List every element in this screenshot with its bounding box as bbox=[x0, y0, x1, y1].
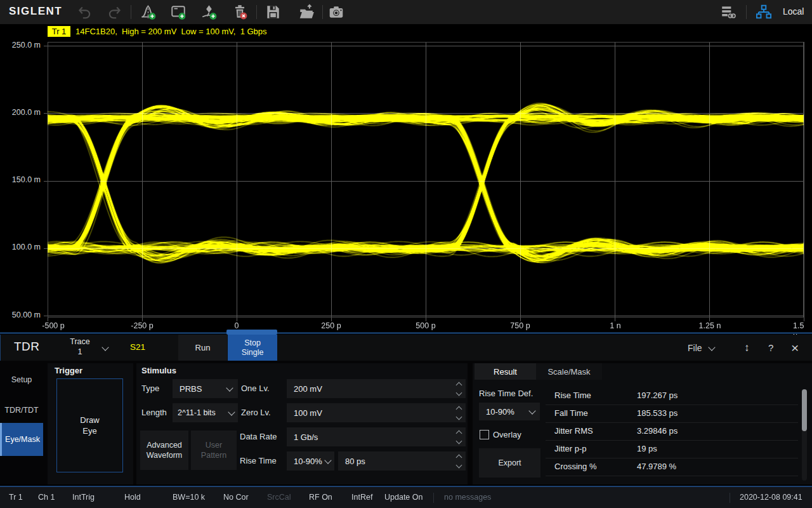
save-icon[interactable] bbox=[265, 4, 281, 20]
export-button[interactable]: Export bbox=[479, 448, 540, 478]
trace-selector-label: Trace bbox=[62, 337, 98, 347]
user-line: User bbox=[201, 440, 226, 450]
resize-panel-icon[interactable]: ↕ bbox=[744, 335, 750, 361]
y-axis-label: 200.0 m bbox=[3, 108, 41, 117]
one-level-input[interactable]: 200 mV bbox=[287, 379, 466, 398]
horizontal-scrollbar-track[interactable] bbox=[0, 332, 812, 334]
screenshot-camera-icon[interactable] bbox=[328, 4, 344, 20]
tab-scale-mask[interactable]: Scale/Mask bbox=[536, 363, 602, 380]
result-rise-def-dropdown[interactable]: 10-90% bbox=[479, 403, 540, 420]
advanced-waveform-button[interactable]: Advanced Waveform bbox=[140, 431, 188, 470]
tab-setup[interactable]: Setup bbox=[0, 364, 43, 394]
measurement-name: Jitter p-p bbox=[554, 440, 587, 458]
y-axis-label: 150.0 m bbox=[3, 175, 41, 184]
type-value: PRBS bbox=[180, 384, 202, 394]
type-dropdown[interactable]: PRBS bbox=[173, 379, 238, 398]
rise-time-input[interactable]: 80 ps bbox=[338, 451, 466, 471]
screen: SIGLENT bbox=[0, 0, 812, 508]
add-window-icon[interactable] bbox=[170, 4, 187, 20]
zero-level-value: 100 mV bbox=[294, 408, 322, 418]
siglent-logo: SIGLENT bbox=[9, 5, 62, 18]
s-parameter-label: S21 bbox=[130, 342, 145, 352]
chevron-down-icon bbox=[226, 384, 233, 391]
status-rf: RF On bbox=[309, 487, 332, 508]
x-axis-label: 750 p bbox=[510, 321, 530, 330]
horizontal-scrollbar-thumb[interactable] bbox=[226, 330, 277, 335]
chevron-down-icon[interactable] bbox=[708, 344, 715, 351]
local-remote-label[interactable]: Local bbox=[783, 6, 804, 17]
x-axis-label: -250 p bbox=[131, 321, 153, 330]
eye-diagram-canvas bbox=[44, 42, 804, 322]
stop-single-button[interactable]: Stop Single bbox=[228, 335, 277, 361]
table-row: Jitter p-p 19 ps bbox=[546, 440, 798, 458]
spinner-control[interactable] bbox=[457, 383, 461, 395]
file-menu[interactable]: File bbox=[688, 335, 702, 361]
zero-level-input[interactable]: 100 mV bbox=[287, 403, 466, 422]
run-button[interactable]: Run bbox=[178, 335, 227, 361]
measurement-name: Crossing % bbox=[554, 458, 596, 476]
tab-result[interactable]: Result bbox=[475, 363, 536, 380]
status-channel: Ch 1 bbox=[38, 487, 55, 508]
one-level-label: One Lv. bbox=[241, 384, 270, 393]
data-rate-value: 1 Gb/s bbox=[294, 432, 318, 442]
open-file-icon[interactable] bbox=[298, 4, 315, 20]
status-correction: No Cor bbox=[223, 487, 249, 508]
redo-icon[interactable] bbox=[107, 4, 123, 20]
spinner-control[interactable] bbox=[457, 431, 461, 443]
delete-trace-icon[interactable] bbox=[232, 4, 248, 20]
trace-info-text: 14FC1B20, High = 200 mV Low = 100 mV, 1 … bbox=[75, 27, 267, 36]
display-link-icon[interactable] bbox=[720, 4, 737, 20]
advanced-line: Advanced bbox=[147, 440, 183, 450]
network-lan-icon[interactable] bbox=[756, 4, 772, 20]
x-axis-label: 250 p bbox=[321, 321, 341, 330]
single-line: Single bbox=[242, 348, 264, 358]
length-dropdown[interactable]: 2^11-1 bits bbox=[173, 403, 238, 422]
status-hold: Hold bbox=[124, 487, 141, 508]
eye-line: Eye bbox=[80, 425, 99, 436]
y-axis-label: 100.0 m bbox=[3, 243, 41, 251]
rise-def-value: 10-90% bbox=[294, 457, 322, 466]
measurement-value: 197.267 ps bbox=[637, 387, 678, 404]
type-label: Type bbox=[141, 384, 159, 393]
tab-tdr-tdt[interactable]: TDR/TDT bbox=[0, 395, 43, 425]
stop-line: Stop bbox=[242, 338, 264, 348]
undo-icon[interactable] bbox=[76, 4, 93, 20]
status-trace: Tr 1 bbox=[9, 487, 23, 508]
chevron-down-icon[interactable] bbox=[102, 344, 108, 351]
tdr-panel-header: TDR Trace 1 S21 Run Stop Single File ↕ ?… bbox=[0, 335, 812, 361]
overlay-checkbox[interactable] bbox=[480, 430, 489, 439]
table-row: Crossing % 47.9789 % bbox=[546, 458, 798, 476]
toolbar-separator bbox=[746, 5, 747, 19]
draw-eye-button[interactable]: Draw Eye bbox=[56, 378, 123, 472]
add-marker-icon[interactable] bbox=[201, 4, 218, 20]
table-scrollbar-track[interactable] bbox=[802, 389, 807, 481]
one-level-value: 200 mV bbox=[294, 384, 322, 394]
x-axis-label: 500 p bbox=[416, 321, 435, 330]
trace-badge[interactable]: Tr 1 bbox=[48, 26, 70, 37]
x-axis-label: 0 bbox=[235, 321, 239, 330]
trace-selector[interactable]: Trace 1 bbox=[62, 337, 98, 357]
table-scrollbar-thumb[interactable] bbox=[802, 389, 807, 431]
x-axis-label: 1 n bbox=[610, 321, 620, 330]
status-datetime: 2020-12-08 09:41 bbox=[740, 487, 802, 508]
spinner-control[interactable] bbox=[457, 407, 461, 419]
pattern-line: Pattern bbox=[201, 450, 226, 460]
status-divider bbox=[433, 493, 434, 503]
table-row: Rise Time 197.267 ps bbox=[546, 387, 798, 405]
status-divider bbox=[730, 493, 730, 503]
data-rate-input[interactable]: 1 Gb/s bbox=[287, 427, 466, 446]
add-waveform-icon[interactable] bbox=[140, 4, 157, 20]
trigger-section: Trigger Draw Eye bbox=[48, 363, 133, 485]
status-ref: IntRef bbox=[351, 487, 372, 508]
rise-time-def-dropdown[interactable]: 10-90% bbox=[287, 451, 334, 471]
spinner-control[interactable] bbox=[457, 455, 461, 467]
status-srccal: SrcCal bbox=[267, 487, 291, 508]
help-icon[interactable]: ? bbox=[768, 335, 773, 361]
table-row: Jitter RMS 3.29846 ps bbox=[546, 422, 798, 441]
user-pattern-button[interactable]: User Pattern bbox=[191, 431, 237, 470]
stimulus-section: Stimulus Type PRBS One Lv. 200 mV Length… bbox=[136, 363, 468, 485]
close-panel-icon[interactable]: × bbox=[791, 335, 799, 361]
measurement-name: Fall Time bbox=[554, 404, 588, 422]
tab-eye-mask[interactable]: Eye/Mask bbox=[0, 423, 43, 456]
rise-time-value: 80 ps bbox=[345, 457, 365, 466]
